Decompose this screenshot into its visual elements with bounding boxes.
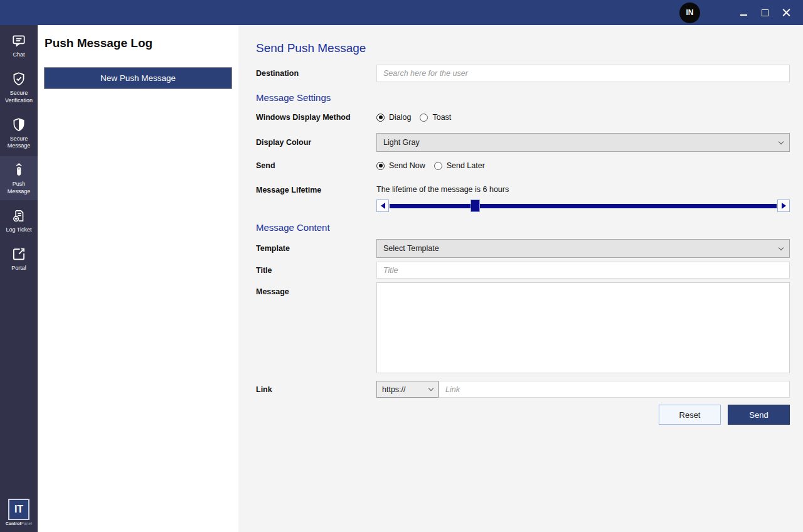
- minimize-button[interactable]: [737, 4, 750, 21]
- display-colour-label: Display Colour: [256, 138, 376, 147]
- avatar[interactable]: IN: [679, 3, 700, 23]
- chat-icon: [11, 33, 27, 49]
- push-message-log-panel: Push Message Log New Push Message: [38, 25, 238, 532]
- form-actions: Reset Send: [256, 405, 790, 425]
- radio-icon: [420, 114, 428, 122]
- sidebar-item-label: Push Message: [1, 181, 36, 195]
- app-window: IN Chat: [0, 0, 803, 532]
- maximize-icon: [762, 9, 768, 16]
- message-label: Message: [256, 282, 376, 296]
- sidebar-item-secure-message[interactable]: Secure Message: [0, 111, 38, 155]
- shield-half-icon: [11, 117, 27, 133]
- sidebar-item-portal[interactable]: Portal: [0, 240, 38, 277]
- app-logo: IT ControlPanel: [0, 499, 38, 532]
- radio-icon: [376, 114, 385, 122]
- minimize-icon: [740, 14, 747, 16]
- sidebar-item-label: Secure Message: [1, 136, 36, 150]
- shield-check-icon: [11, 71, 27, 87]
- form-title: Send Push Message: [256, 41, 790, 55]
- send-row: Send Send Now Send Later: [256, 159, 790, 173]
- radio-icon: [434, 162, 442, 170]
- avatar-initials: IN: [686, 8, 694, 17]
- sidebar: Chat Secure Verification Secure Message: [0, 25, 38, 532]
- sidebar-item-push-message[interactable]: Push Message: [0, 156, 38, 200]
- message-lifetime-row: Message Lifetime The lifetime of the mes…: [256, 184, 790, 212]
- template-label: Template: [256, 244, 376, 253]
- chevron-down-icon: [428, 386, 433, 391]
- display-method-label: Windows Display Method: [256, 113, 376, 122]
- radio-send-later[interactable]: Send Later: [434, 161, 485, 170]
- ticket-document-icon: [11, 208, 27, 224]
- slider-track[interactable]: [390, 204, 777, 208]
- title-row: Title: [256, 262, 790, 279]
- close-button[interactable]: [779, 4, 793, 21]
- message-settings-heading: Message Settings: [256, 92, 790, 103]
- lifetime-value-text: The lifetime of the message is 6 hours: [376, 185, 790, 194]
- reset-button[interactable]: Reset: [659, 405, 721, 425]
- link-row: Link https://: [256, 381, 790, 398]
- link-label: Link: [256, 385, 376, 394]
- radio-icon: [376, 162, 385, 170]
- remote-push-icon: [11, 162, 27, 178]
- slider-thumb[interactable]: [471, 200, 480, 212]
- message-row: Message: [256, 282, 790, 375]
- radio-dialog[interactable]: Dialog: [376, 113, 411, 122]
- triangle-left-icon: [381, 203, 385, 209]
- send-push-message-form: Send Push Message Destination Message Se…: [238, 25, 803, 532]
- message-textarea[interactable]: [376, 282, 790, 373]
- slider-increase-button[interactable]: [777, 200, 790, 212]
- close-icon: [782, 9, 790, 17]
- link-protocol-select[interactable]: https://: [376, 381, 439, 398]
- message-lifetime-label: Message Lifetime: [256, 184, 376, 194]
- template-select[interactable]: Select Template: [376, 239, 790, 258]
- destination-search-input[interactable]: [376, 65, 790, 82]
- send-button[interactable]: Send: [728, 405, 790, 425]
- destination-row: Destination: [256, 65, 790, 82]
- triangle-right-icon: [782, 203, 786, 209]
- radio-toast[interactable]: Toast: [420, 113, 451, 122]
- sidebar-item-log-ticket[interactable]: Log Ticket: [0, 202, 38, 238]
- message-lifetime-slider[interactable]: [376, 200, 790, 212]
- sidebar-item-label: Portal: [11, 265, 26, 272]
- sidebar-item-chat[interactable]: Chat: [0, 27, 38, 63]
- send-label: Send: [256, 161, 376, 170]
- chevron-down-icon: [779, 245, 784, 250]
- slider-decrease-button[interactable]: [376, 200, 389, 212]
- sidebar-item-label: Chat: [13, 51, 24, 58]
- display-colour-row: Display Colour Light Gray: [256, 133, 790, 152]
- sidebar-item-label: Log Ticket: [6, 226, 31, 233]
- titlebar: IN: [0, 0, 803, 25]
- template-row: Template Select Template: [256, 239, 790, 258]
- chevron-down-icon: [779, 139, 784, 144]
- maximize-button[interactable]: [758, 4, 772, 21]
- display-method-row: Windows Display Method Dialog Toast: [256, 110, 790, 124]
- new-push-message-button[interactable]: New Push Message: [44, 67, 232, 89]
- destination-label: Destination: [256, 69, 376, 78]
- logo-icon: IT: [8, 499, 29, 520]
- title-label: Title: [256, 266, 376, 275]
- panel-title: Push Message Log: [44, 36, 232, 50]
- external-link-icon: [11, 246, 27, 262]
- sidebar-item-label: Secure Verification: [1, 90, 36, 104]
- radio-send-now[interactable]: Send Now: [376, 161, 425, 170]
- message-content-heading: Message Content: [256, 222, 790, 233]
- sidebar-item-secure-verification[interactable]: Secure Verification: [0, 65, 38, 109]
- logo-brand-text: ControlPanel: [6, 521, 32, 526]
- display-colour-select[interactable]: Light Gray: [376, 133, 790, 152]
- link-input[interactable]: [439, 381, 790, 398]
- title-input[interactable]: [376, 262, 790, 279]
